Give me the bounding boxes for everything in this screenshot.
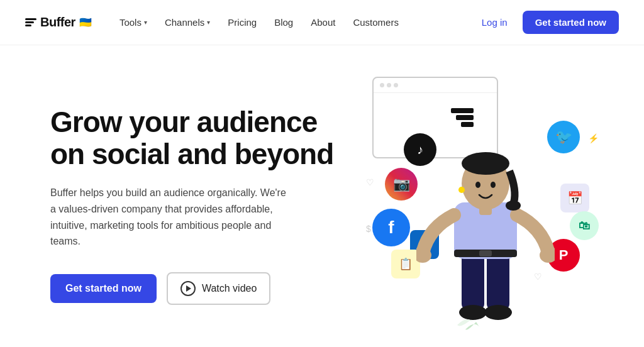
hero-left: Grow your audience on social and beyond … bbox=[50, 70, 352, 334]
svg-rect-17 bbox=[479, 206, 492, 215]
watch-video-button[interactable]: Watch video bbox=[167, 272, 270, 305]
site-header: Buffer 🇺🇦 Tools ▾ Channels ▾ Pricing Blo… bbox=[0, 0, 644, 45]
main-nav: Tools ▾ Channels ▾ Pricing Blog About Cu… bbox=[112, 12, 474, 33]
flag-emoji: 🇺🇦 bbox=[79, 16, 92, 28]
header-actions: Log in Get started now bbox=[474, 11, 619, 34]
buffer-float-icon bbox=[451, 108, 474, 127]
browser-dot-1 bbox=[380, 83, 384, 87]
nav-item-pricing[interactable]: Pricing bbox=[220, 12, 264, 33]
facebook-icon: f bbox=[372, 209, 410, 246]
hero-section: Grow your audience on social and beyond … bbox=[0, 45, 644, 347]
svg-point-14 bbox=[475, 182, 480, 188]
logo[interactable]: Buffer 🇺🇦 bbox=[25, 15, 92, 30]
nav-item-about[interactable]: About bbox=[303, 12, 343, 33]
hero-description: Buffer helps you build an audience organ… bbox=[50, 185, 289, 249]
hero-title: Grow your audience on social and beyond bbox=[50, 106, 352, 170]
svg-point-12 bbox=[462, 152, 509, 175]
browser-dot-3 bbox=[394, 83, 398, 87]
svg-point-3 bbox=[484, 305, 512, 320]
logo-icon bbox=[25, 18, 36, 26]
get-started-header-button[interactable]: Get started now bbox=[523, 11, 619, 34]
get-started-hero-button[interactable]: Get started now bbox=[50, 274, 157, 303]
svg-rect-6 bbox=[479, 250, 492, 256]
deco-dollar: $ bbox=[366, 224, 371, 234]
chevron-down-icon: ▾ bbox=[144, 19, 147, 26]
browser-dots bbox=[374, 78, 497, 93]
svg-point-13 bbox=[506, 201, 521, 211]
svg-point-16 bbox=[458, 187, 465, 193]
svg-point-15 bbox=[491, 182, 496, 188]
nav-item-tools[interactable]: Tools ▾ bbox=[112, 12, 155, 33]
nav-item-customers[interactable]: Customers bbox=[345, 12, 406, 33]
play-triangle bbox=[186, 285, 191, 292]
nav-item-blog[interactable]: Blog bbox=[267, 12, 301, 33]
deco-lightning: ⚡ bbox=[588, 133, 599, 143]
instagram-icon: 📷 bbox=[385, 168, 418, 201]
schedule-icon: 📅 bbox=[560, 184, 589, 212]
chevron-down-icon: ▾ bbox=[207, 19, 210, 26]
play-icon bbox=[180, 281, 196, 296]
nav-item-channels[interactable]: Channels ▾ bbox=[157, 12, 218, 33]
hero-right: ♪ 🐦 📷 f in P 📅 📋 🛍 ♡ ♡ ⚡ $ bbox=[352, 70, 619, 334]
browser-dot-2 bbox=[387, 83, 391, 87]
shop-icon: 🛍 bbox=[570, 211, 599, 240]
svg-point-2 bbox=[459, 305, 487, 320]
login-button[interactable]: Log in bbox=[474, 12, 515, 33]
logo-text: Buffer bbox=[40, 15, 75, 30]
hero-buttons: Get started now Watch video bbox=[50, 272, 352, 305]
person-illustration bbox=[416, 127, 555, 334]
illustration: ♪ 🐦 📷 f in P 📅 📋 🛍 ♡ ♡ ⚡ $ bbox=[353, 70, 618, 334]
deco-heart-1: ♡ bbox=[366, 177, 374, 187]
